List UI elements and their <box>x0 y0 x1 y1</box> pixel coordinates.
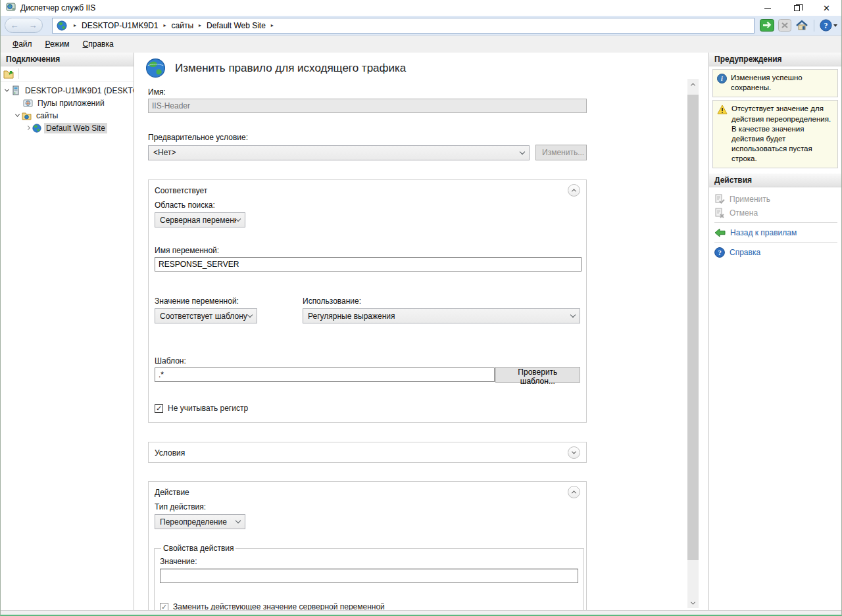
menu-bar: Файл Режим Справка <box>1 36 841 53</box>
usage-value: Регулярные выражения <box>308 312 395 321</box>
replace-value-checkbox[interactable] <box>160 603 168 611</box>
warning-alert: Отсутствует значение для действия переоп… <box>712 100 838 168</box>
actions-separator <box>714 242 837 243</box>
info-alert-text: Изменения успешно сохранены. <box>731 73 834 93</box>
sites-folder-icon <box>22 111 32 120</box>
help-link[interactable]: ? Справка <box>713 245 839 259</box>
main-content: Изменить правило для исходящего трафика … <box>134 53 709 610</box>
help-icon[interactable]: ? <box>820 19 837 32</box>
breadcrumb-separator: ▸ <box>271 22 274 28</box>
toolbar-divider <box>18 68 19 79</box>
variable-value-select[interactable]: Соответствует шаблону <box>155 308 257 323</box>
variable-name-input[interactable] <box>155 257 582 272</box>
refresh-icon[interactable] <box>760 19 774 32</box>
value-label: Значение: <box>160 557 578 566</box>
value-input[interactable] <box>160 569 578 583</box>
main-scrollbar[interactable] <box>687 79 699 608</box>
window-title: Диспетчер служб IIS <box>20 3 95 12</box>
help-label: Справка <box>730 248 760 257</box>
action-properties-group: Свойства действия Значение: Заменить дей… <box>154 544 584 610</box>
test-pattern-button[interactable]: Проверить шаблон... <box>495 367 580 383</box>
title-bar: Диспетчер служб IIS ✕ <box>1 0 841 16</box>
app-icon <box>6 2 16 14</box>
back-nav-button[interactable]: ← <box>11 21 19 30</box>
edit-precondition-button[interactable]: Изменить... <box>535 145 587 160</box>
info-alert: i Изменения успешно сохранены. <box>712 69 838 97</box>
scope-select[interactable]: Серверная переменн <box>155 212 245 227</box>
apply-icon <box>714 194 725 204</box>
menu-file[interactable]: Файл <box>6 37 39 51</box>
scroll-up-arrow[interactable] <box>687 79 699 89</box>
breadcrumb-item-default-web-site[interactable]: Default Web Site <box>207 21 266 30</box>
tree-item-server[interactable]: DESKTOP-U1MK9D1 (DESKTOP <box>1 84 134 97</box>
info-icon: i <box>717 74 727 93</box>
back-to-rules-link[interactable]: Назад к правилам <box>713 225 839 239</box>
scope-label: Область поиска: <box>155 201 580 210</box>
application-pools-icon <box>23 99 33 108</box>
pattern-label: Шаблон: <box>155 356 580 366</box>
scrollbar-thumb[interactable] <box>687 95 699 560</box>
ignore-case-checkbox[interactable] <box>155 404 163 413</box>
svg-text:i: i <box>721 75 723 82</box>
chevron-right-icon[interactable] <box>24 126 31 130</box>
chevron-down-icon <box>235 518 241 523</box>
site-globe-icon <box>32 124 41 133</box>
breadcrumb-item-server[interactable]: DESKTOP-U1MK9D1 <box>82 21 158 30</box>
menu-help[interactable]: Справка <box>76 37 120 51</box>
tree-item-default-web-site[interactable]: Default Web Site <box>1 122 134 134</box>
expand-section-button[interactable] <box>568 446 580 459</box>
name-label: Имя: <box>148 87 587 97</box>
cancel-button[interactable]: Отмена <box>713 206 839 220</box>
usage-select[interactable]: Регулярные выражения <box>303 308 580 323</box>
action-type-label: Тип действия: <box>155 502 580 511</box>
ignore-case-label: Не учитывать регистр <box>168 404 248 413</box>
variable-value: Соответствует шаблону <box>160 312 247 321</box>
collapse-section-button[interactable] <box>568 184 580 197</box>
chevron-down-icon <box>570 312 576 318</box>
close-button[interactable]: ✕ <box>812 0 841 16</box>
chevron-down-icon[interactable] <box>3 89 10 92</box>
tree-item-app-pools[interactable]: Пулы приложений <box>1 97 134 109</box>
apply-button[interactable]: Применить <box>713 192 839 206</box>
chevron-up-icon <box>572 189 576 193</box>
name-input[interactable] <box>148 99 587 113</box>
chevron-down-icon <box>247 312 253 318</box>
connections-toolbar <box>1 66 134 82</box>
stop-icon[interactable] <box>778 19 791 32</box>
collapse-section-button[interactable] <box>568 486 580 498</box>
server-icon <box>11 85 20 95</box>
restore-button[interactable] <box>782 0 812 16</box>
cancel-label: Отмена <box>730 208 758 218</box>
replace-value-label: Заменить действующее значение серверной … <box>173 602 385 610</box>
variable-name-label: Имя переменной: <box>155 246 580 255</box>
chevron-down-icon <box>520 149 525 154</box>
svg-text:?: ? <box>718 249 721 256</box>
tree-item-label: DESKTOP-U1MK9D1 (DESKTOP <box>23 85 134 96</box>
chevron-down-icon <box>572 450 576 454</box>
pattern-input[interactable] <box>155 367 495 382</box>
page-globe-icon <box>145 58 166 78</box>
home-icon[interactable] <box>795 19 808 32</box>
page-title: Изменить правило для исходящего трафика <box>175 62 406 75</box>
breadcrumb: ▸ DESKTOP-U1MK9D1 ▸ сайты ▸ Default Web … <box>52 18 755 34</box>
back-to-rules-label: Назад к правилам <box>730 228 797 237</box>
breadcrumb-item-sites[interactable]: сайты <box>172 21 194 30</box>
precondition-select[interactable]: <Нет> <box>148 145 530 160</box>
menu-view[interactable]: Режим <box>39 37 76 51</box>
connections-panel: Подключения DESKTOP-U1MK9D1 (DESKTOP <box>1 53 134 610</box>
connections-tree: DESKTOP-U1MK9D1 (DESKTOP Пулы приложений… <box>1 82 134 134</box>
toolbar-divider <box>814 20 814 32</box>
save-connection-icon[interactable] <box>3 69 14 79</box>
actions-separator <box>714 222 837 223</box>
chevron-down-icon <box>235 216 241 222</box>
restore-icon <box>794 5 800 11</box>
right-panel: Предупреждения i Изменения успешно сохра… <box>709 53 841 610</box>
minimize-button[interactable] <box>753 0 782 16</box>
action-properties-legend: Свойства действия <box>161 544 235 553</box>
scroll-down-arrow[interactable] <box>687 598 699 608</box>
warning-icon <box>717 105 728 164</box>
chevron-down-icon[interactable] <box>14 114 20 117</box>
action-type-select[interactable]: Переопределение <box>155 514 245 529</box>
tree-item-sites[interactable]: сайты <box>1 109 134 122</box>
forward-nav-button[interactable]: → <box>29 21 37 30</box>
